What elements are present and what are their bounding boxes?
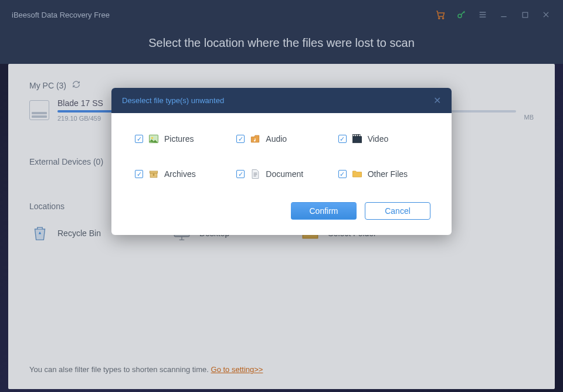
svg-rect-17: [357, 135, 358, 137]
filetype-video[interactable]: Video: [338, 133, 428, 145]
svg-rect-14: [352, 137, 361, 143]
filetype-pictures-label: Pictures: [164, 134, 194, 144]
filetype-archives[interactable]: Archives: [135, 168, 225, 180]
filetype-other-label: Other Files: [368, 169, 408, 179]
archives-icon: [148, 168, 160, 180]
checkbox-video[interactable]: [338, 135, 347, 143]
checkbox-other[interactable]: [338, 170, 347, 178]
checkbox-audio[interactable]: [236, 135, 245, 143]
pictures-icon: [148, 133, 160, 145]
confirm-button[interactable]: Confirm: [291, 202, 357, 220]
dialog-title: Deselect file type(s) unwanted: [122, 96, 224, 105]
svg-rect-19: [150, 171, 157, 173]
svg-rect-15: [352, 135, 354, 137]
other-files-icon: [351, 168, 363, 180]
dialog-footer: Confirm Cancel: [111, 186, 452, 235]
dialog-close-icon[interactable]: ✕: [433, 95, 441, 106]
svg-rect-16: [354, 135, 356, 137]
cancel-button[interactable]: Cancel: [365, 202, 430, 220]
svg-point-13: [254, 140, 256, 142]
video-icon: [351, 133, 363, 145]
filetype-document[interactable]: Document: [236, 168, 326, 180]
checkbox-pictures[interactable]: [135, 135, 143, 143]
dialog-header: Deselect file type(s) unwanted ✕: [111, 88, 452, 113]
svg-rect-21: [153, 174, 154, 176]
svg-point-12: [151, 137, 153, 139]
filetype-pictures[interactable]: Pictures: [135, 133, 225, 145]
svg-rect-18: [358, 135, 360, 137]
dialog-body: Pictures Audio Video: [111, 113, 452, 186]
filetype-dialog: Deselect file type(s) unwanted ✕ Picture…: [111, 88, 452, 235]
filetype-archives-label: Archives: [164, 169, 196, 179]
filetype-document-label: Document: [266, 169, 303, 179]
checkbox-document[interactable]: [236, 170, 245, 178]
modal-overlay: Deselect file type(s) unwanted ✕ Picture…: [0, 0, 563, 392]
filetype-video-label: Video: [368, 134, 389, 144]
audio-icon: [249, 133, 261, 145]
filetype-other[interactable]: Other Files: [338, 168, 428, 180]
checkbox-archives[interactable]: [135, 170, 143, 178]
filetype-audio-label: Audio: [266, 134, 287, 144]
filetype-audio[interactable]: Audio: [236, 133, 326, 145]
document-icon: [249, 168, 261, 180]
